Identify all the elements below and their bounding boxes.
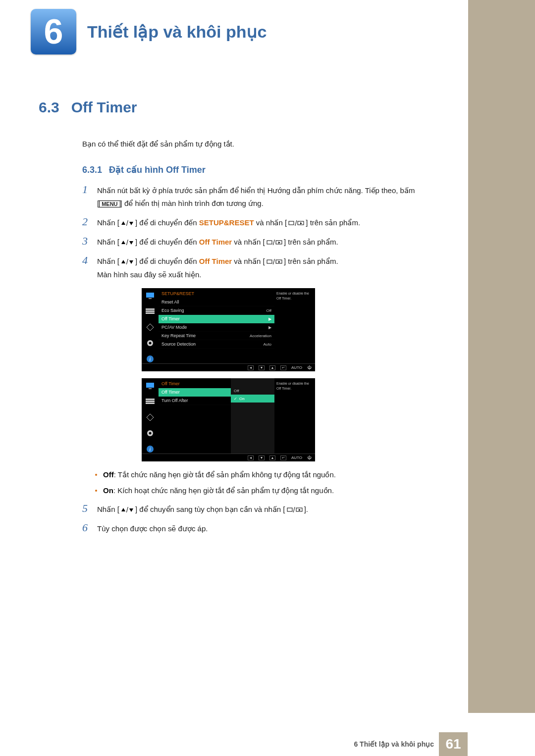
section-lead: Bạn có thể thiết đặt để sản phẩm tự động… bbox=[39, 140, 418, 149]
up-down-icon: / bbox=[120, 255, 134, 268]
option-bullets: Off: Tắt chức năng hẹn giờ tắt để sản ph… bbox=[39, 468, 418, 497]
svg-point-21 bbox=[149, 342, 152, 345]
osd-title: Off Timer bbox=[159, 378, 231, 388]
section-title: Off Timer bbox=[71, 99, 137, 115]
step-text: Nhấn nút bất kỳ ở phía trước sản phẩm để… bbox=[97, 184, 418, 210]
svg-marker-0 bbox=[121, 221, 125, 225]
chevron-right-icon: ▶ bbox=[268, 317, 271, 321]
step-text: Nhấn [/] để di chuyển đến SETUP&RESET và… bbox=[97, 216, 360, 230]
step-text: Tùy chọn được chọn sẽ được áp. bbox=[97, 522, 208, 535]
svg-rect-7 bbox=[267, 241, 272, 244]
chapter-title: Thiết lập và khôi phục bbox=[87, 22, 267, 42]
chevron-right-icon: ▶ bbox=[268, 325, 271, 330]
chapter-number-badge: 6 bbox=[31, 9, 76, 54]
osd-sidebar-icons: i bbox=[142, 288, 159, 363]
step-text: Nhấn [/] để di chuyển đến Off Timer và n… bbox=[97, 236, 338, 249]
svg-marker-37 bbox=[299, 509, 301, 511]
svg-marker-4 bbox=[300, 222, 302, 224]
auto-label: AUTO bbox=[291, 365, 302, 370]
svg-rect-12 bbox=[267, 260, 272, 263]
svg-marker-6 bbox=[129, 241, 133, 245]
osd-off-timer: i Off Timer Off Timer Turn Off After Off… bbox=[142, 378, 315, 461]
enter-source-icon: / bbox=[266, 236, 283, 249]
osd-nav-bar: ◄ ▼ ▲ ↵ AUTO ⏻ bbox=[142, 454, 315, 461]
osd-nav-bar: ◄ ▼ ▲ ↵ AUTO ⏻ bbox=[142, 363, 315, 371]
svg-marker-11 bbox=[129, 260, 133, 264]
osd-description: Enable or disable the Off Timer. bbox=[274, 378, 315, 454]
power-icon: ⏻ bbox=[307, 365, 311, 370]
svg-rect-16 bbox=[149, 298, 152, 299]
svg-rect-25 bbox=[149, 388, 152, 389]
osd-sidebar-icons: i bbox=[142, 378, 159, 454]
osd-menu: SETUP&RESET Reset All Eco SavingOff Off … bbox=[159, 288, 274, 363]
svg-marker-1 bbox=[129, 222, 133, 225]
svg-text:i: i bbox=[150, 447, 151, 452]
bullet-on: On: Kích hoạt chức năng hẹn giờ tắt để s… bbox=[103, 484, 418, 497]
step-text: Nhấn [/] để chuyển sang tùy chọn bạn cần… bbox=[97, 503, 308, 516]
svg-marker-5 bbox=[121, 241, 125, 244]
page-number: 61 bbox=[439, 732, 468, 756]
enter-source-icon: / bbox=[286, 504, 303, 516]
svg-rect-26 bbox=[146, 399, 155, 400]
osd-submenu: Off ✓On bbox=[231, 378, 274, 454]
svg-rect-35 bbox=[287, 508, 292, 511]
svg-marker-10 bbox=[121, 260, 125, 263]
subsection-heading: 6.3.1Đặt cấu hình Off Timer bbox=[39, 164, 418, 175]
svg-rect-15 bbox=[146, 293, 154, 298]
step-1: 1 Nhấn nút bất kỳ ở phía trước sản phẩm … bbox=[82, 184, 418, 210]
step-6: 6 Tùy chọn được chọn sẽ được áp. bbox=[82, 522, 418, 535]
step-number: 5 bbox=[82, 503, 97, 514]
osd-row-off-timer: Off Timer▶ bbox=[159, 315, 274, 323]
svg-marker-14 bbox=[278, 261, 280, 263]
svg-rect-17 bbox=[146, 308, 155, 310]
enter-icon: ↵ bbox=[280, 365, 286, 370]
page-footer: 6 Thiết lập và khôi phục 61 bbox=[0, 732, 468, 756]
menu-key-icon: MENU bbox=[99, 201, 120, 207]
step-3: 3 Nhấn [/] để di chuyển đến Off Timer và… bbox=[82, 236, 418, 249]
list-icon bbox=[145, 397, 155, 406]
left-arrow-icon: ◄ bbox=[248, 365, 254, 370]
power-icon: ⏻ bbox=[307, 455, 311, 460]
step-number: 1 bbox=[82, 184, 97, 195]
bullet-off: Off: Tắt chức năng hẹn giờ tắt để sản ph… bbox=[103, 468, 418, 481]
step-number: 2 bbox=[82, 216, 97, 227]
list-icon bbox=[145, 307, 155, 316]
svg-rect-18 bbox=[146, 310, 155, 312]
osd-row-off-timer: Off Timer bbox=[159, 388, 231, 397]
svg-rect-24 bbox=[146, 383, 154, 388]
left-arrow-icon: ◄ bbox=[248, 455, 254, 460]
osd-title: SETUP&RESET bbox=[159, 288, 274, 298]
svg-marker-34 bbox=[129, 508, 133, 512]
osd-row-source-detect: Source DetectionAuto bbox=[159, 340, 274, 349]
svg-rect-19 bbox=[146, 312, 155, 314]
svg-marker-33 bbox=[121, 508, 125, 511]
osd-row-key-repeat: Key Repeat TimeAcceleration bbox=[159, 332, 274, 340]
osd-menu: Off Timer Off Timer Turn Off After Off ✓… bbox=[159, 378, 274, 454]
footer-chapter-label: 6 Thiết lập và khôi phục bbox=[354, 740, 434, 748]
svg-point-30 bbox=[149, 432, 152, 435]
resize-icon bbox=[145, 413, 155, 422]
osd-row-turn-off-after: Turn Off After bbox=[159, 397, 231, 405]
gear-icon bbox=[145, 339, 155, 348]
osd-sub-off: Off bbox=[231, 387, 274, 395]
info-icon: i bbox=[145, 445, 155, 454]
svg-rect-2 bbox=[289, 221, 294, 225]
step-number: 3 bbox=[82, 236, 97, 247]
side-band bbox=[468, 0, 535, 713]
down-arrow-icon: ▼ bbox=[259, 365, 265, 370]
step-4-after: Màn hình sau đây sẽ xuất hiện. bbox=[97, 270, 201, 279]
svg-text:i: i bbox=[150, 356, 151, 362]
check-icon: ✓ bbox=[234, 397, 237, 401]
chapter-header: 6 Thiết lập và khôi phục bbox=[0, 0, 468, 54]
auto-label: AUTO bbox=[291, 455, 302, 460]
setup-reset-label: SETUP&RESET bbox=[199, 218, 254, 227]
section-number: 6.3 bbox=[39, 99, 59, 115]
gear-icon bbox=[145, 429, 155, 438]
resize-icon bbox=[145, 323, 155, 332]
down-arrow-icon: ▼ bbox=[259, 455, 265, 460]
off-timer-label: Off Timer bbox=[199, 257, 232, 265]
osd-sub-on: ✓On bbox=[231, 395, 274, 403]
enter-source-icon: / bbox=[288, 217, 305, 230]
step-number: 4 bbox=[82, 255, 97, 266]
screen-icon bbox=[145, 291, 155, 300]
